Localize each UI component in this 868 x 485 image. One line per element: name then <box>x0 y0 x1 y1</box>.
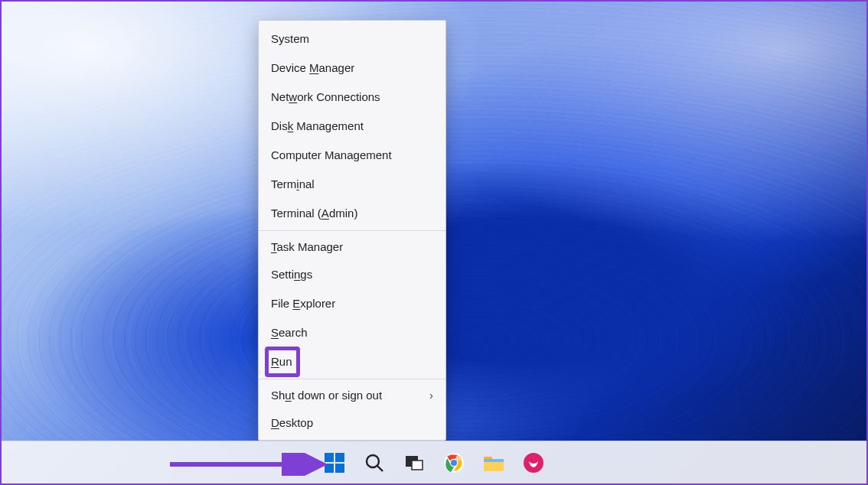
start-button[interactable] <box>318 446 351 480</box>
chrome-icon <box>443 452 465 474</box>
svg-point-11 <box>455 455 461 461</box>
menu-item-label: Shut down or sign out <box>271 389 382 402</box>
svg-rect-7 <box>412 461 423 470</box>
svg-line-5 <box>377 466 383 471</box>
menu-item-search[interactable]: Search <box>259 317 445 347</box>
svg-point-4 <box>367 455 379 467</box>
menu-item-label: Terminal <box>271 177 315 190</box>
svg-point-14 <box>524 453 543 473</box>
menu-item-label: Device Manager <box>271 61 354 74</box>
menu-item-label: Settings <box>271 268 312 281</box>
menu-item-label: Desktop <box>271 416 313 429</box>
windows-logo-icon <box>325 453 344 473</box>
svg-rect-0 <box>325 453 334 462</box>
svg-rect-2 <box>325 464 334 473</box>
menu-item-desktop[interactable]: Desktop <box>259 408 445 437</box>
taskbar <box>2 441 866 483</box>
app-pink-icon <box>523 452 544 474</box>
app-button[interactable] <box>517 446 550 480</box>
svg-rect-1 <box>335 453 344 462</box>
svg-rect-3 <box>335 464 344 473</box>
menu-item-label: Task Manager <box>271 240 343 253</box>
menu-item-label: File Explorer <box>271 297 335 310</box>
menu-item-file-explorer[interactable]: File Explorer <box>259 288 445 317</box>
file-explorer-icon <box>483 453 504 473</box>
task-view-icon <box>404 453 424 473</box>
menu-item-system[interactable]: System <box>259 24 445 53</box>
search-icon <box>364 453 384 473</box>
menu-item-settings[interactable]: Settings <box>259 259 445 288</box>
file-explorer-button[interactable] <box>477 446 511 480</box>
menu-item-device-manager[interactable]: Device Manager <box>259 53 445 82</box>
search-button[interactable] <box>357 446 391 480</box>
menu-item-computer-management[interactable]: Computer Management <box>259 140 445 169</box>
svg-point-10 <box>451 459 457 465</box>
menu-item-terminal-admin[interactable]: Terminal (Admin) <box>259 198 445 227</box>
menu-item-network-connections[interactable]: Network Connections <box>259 82 445 111</box>
menu-item-label: Disk Management <box>271 119 364 132</box>
menu-item-label: Run <box>271 355 292 368</box>
menu-item-label: System <box>271 32 309 45</box>
menu-item-run[interactable]: Run <box>259 347 445 376</box>
menu-item-disk-management[interactable]: Disk Management <box>259 111 445 140</box>
task-view-button[interactable] <box>397 446 431 480</box>
chevron-right-icon: › <box>429 389 433 402</box>
chrome-button[interactable] <box>437 446 471 480</box>
menu-item-label: Search <box>271 326 308 339</box>
start-context-menu: SystemDevice ManagerNetwork ConnectionsD… <box>258 20 446 441</box>
svg-rect-13 <box>484 459 504 462</box>
menu-item-task-manager[interactable]: Task Manager <box>259 230 445 259</box>
menu-item-label: Terminal (Admin) <box>271 207 357 220</box>
menu-item-shut-down-or-sign-out[interactable]: Shut down or sign out› <box>259 379 445 408</box>
menu-item-terminal[interactable]: Terminal <box>259 169 445 198</box>
menu-item-label: Network Connections <box>271 90 380 103</box>
menu-item-label: Computer Management <box>271 148 392 161</box>
